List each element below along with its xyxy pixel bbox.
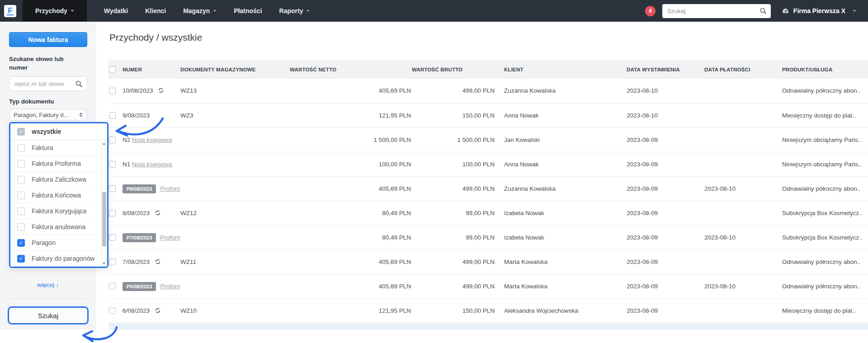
cell-client: Izabela Nowak [495,201,626,225]
table-row: 10/08/2023 WZ13405,69 PLN499,00 PLNZuzan… [108,79,868,103]
cell-issue-date: 2023-08-09 [626,298,704,323]
option-checkbox[interactable]: ✓ [17,239,25,247]
app-logo[interactable]: F [4,5,16,17]
document-number[interactable]: 7/08/2023 [123,258,150,265]
nav-item-1[interactable]: Wydatki [104,7,128,14]
scroll-down-icon[interactable]: ▼ [101,262,107,265]
new-invoice-button[interactable]: Nowa faktura [9,32,87,47]
cell-payment-date [704,298,782,323]
dropdown-option-4[interactable]: Faktura Korygująca [10,203,107,219]
scroll-up-icon[interactable]: ▲ [101,142,107,145]
dropdown-option-5[interactable]: Faktura anulowana [10,219,107,235]
column-header-0[interactable]: NUMER [122,60,180,79]
document-type-link[interactable]: Proforma [160,283,180,290]
row-checkbox[interactable] [109,185,116,192]
dropdown-option-1[interactable]: Faktura Proforma [10,156,107,172]
cell-product: Odnawialny półroczny abon.. [782,79,868,103]
document-number[interactable]: 6/08/2023 [123,307,150,314]
column-header-1[interactable]: DOKUMENTY MAGAZYNOWE [180,60,289,79]
dropdown-option-all[interactable]: ✓ wszystkie [10,123,107,140]
chevron-down-icon [853,10,856,12]
dropdown-scrollbar[interactable]: ▲▼ [101,141,107,266]
document-number[interactable]: 8/08/2023 [123,210,150,216]
cell-client: Jan Kowalski [495,127,626,152]
option-checkbox[interactable] [17,207,25,215]
cell-payment-date [704,152,782,176]
row-checkbox[interactable] [109,136,116,143]
cell-warehouse: WZ3 [180,103,289,127]
nav-item-3[interactable]: Magazyn [183,7,217,14]
column-header-6[interactable]: DATA PŁATNOŚCI [704,60,782,79]
option-checkbox[interactable] [17,160,25,168]
nav-item-2[interactable]: Klienci [145,7,166,14]
cell-issue-date: 2023-08-09 [626,176,704,201]
dropdown-option-6[interactable]: ✓Paragon [10,235,107,251]
nav-item-0[interactable]: Przychody [23,0,87,22]
recurring-icon [158,87,164,94]
cell-brutto: 499,00 PLN [411,249,495,274]
dropdown-option-0[interactable]: Faktura [10,140,107,156]
dropdown-option-2[interactable]: Faktura Zaliczkowa [10,172,107,188]
cell-brutto: 499,00 PLN [411,274,495,298]
row-checkbox[interactable] [109,234,116,241]
main-menu: PrzychodyWydatkiKlienciMagazynPłatnościR… [16,0,310,22]
option-checkbox[interactable] [17,223,25,231]
option-checkbox[interactable] [17,192,25,199]
row-checkbox[interactable] [109,112,116,119]
doc-type-dropdown-panel: ✓ wszystkie FakturaFaktura ProformaFaktu… [9,122,108,268]
document-type-link[interactable]: Nota księgowa [132,136,172,143]
cell-product: Miesięczny dostęp do plat.. [782,298,868,323]
search-icon[interactable] [760,7,767,14]
cell-issue-date: 2023-08-09 [626,127,704,152]
row-checkbox[interactable] [109,210,116,216]
document-type-link[interactable]: Proforma [160,185,180,192]
cell-client: Aleksandra Wojciechowska [495,298,626,323]
row-checkbox[interactable] [109,307,116,314]
company-name: Firma Pierwsza X [793,7,845,14]
option-checkbox[interactable]: ✓ [17,255,25,263]
doc-type-select[interactable]: Paragon, Faktury d... [9,109,87,121]
top-navbar: F PrzychodyWydatkiKlienciMagazynPłatnośc… [0,0,868,22]
row-checkbox[interactable] [109,88,116,94]
cell-netto: 121,95 PLN [289,298,411,323]
document-number[interactable]: 9/08/2023 [123,112,150,119]
table-row: P6/08/2023Proforma405,69 PLN499,00 PLNMa… [108,274,868,298]
dropdown-option-3[interactable]: Faktura Końcowa [10,188,107,203]
cell-issue-date: 2023-08-10 [626,79,704,103]
company-selector[interactable]: Firma Pierwsza X [782,7,856,15]
more-filters-link[interactable]: więcej ↓ [0,282,96,288]
cell-netto: 1 500,00 PLN [289,127,411,152]
row-checkbox[interactable] [109,161,116,168]
option-checkbox[interactable] [17,176,25,183]
document-number[interactable]: 10/08/2023 [123,87,153,94]
cell-warehouse: WZ13 [180,79,289,103]
document-type-link[interactable]: Nota księgowa [132,161,172,168]
option-checkbox[interactable] [17,144,25,152]
dropdown-option-7[interactable]: ✓Faktury do paragonów [10,251,107,267]
checkbox-checked-muted[interactable]: ✓ [17,128,25,136]
column-header-3[interactable]: WARTOŚĆ BRUTTO [411,60,495,79]
column-header-5[interactable]: DATA WYSTAWIENIA [626,60,704,79]
select-all-checkbox[interactable] [109,66,116,73]
nav-item-5[interactable]: Raporty [279,7,310,14]
cell-netto: 405,69 PLN [289,274,411,298]
column-header-4[interactable]: KLIENT [495,60,626,79]
document-number[interactable]: N1 [123,161,130,168]
row-checkbox[interactable] [109,258,116,265]
column-header-7[interactable]: PRODUKT/USŁUGA [782,60,868,79]
global-search-input[interactable] [666,7,760,15]
sidebar-search-button[interactable]: Szukaj [8,306,89,324]
document-type-link[interactable]: Proforma [160,234,180,241]
scrollbar-thumb[interactable] [102,192,106,246]
cell-client: Anna Nowak [495,152,626,176]
cell-payment-date: 2023-08-10 [704,176,782,201]
sidebar-search-input[interactable] [14,80,75,88]
row-checkbox[interactable] [109,283,116,290]
column-header-2[interactable]: WARTOŚĆ NETTO [289,60,411,79]
notification-badge[interactable]: 4 [645,6,656,16]
document-number[interactable]: N2 [123,136,130,143]
cell-netto: 121,95 PLN [289,103,411,127]
search-icon[interactable] [75,80,83,88]
cell-payment-date: 2023-08-10 [704,225,782,249]
nav-item-4[interactable]: Płatności [234,7,262,14]
